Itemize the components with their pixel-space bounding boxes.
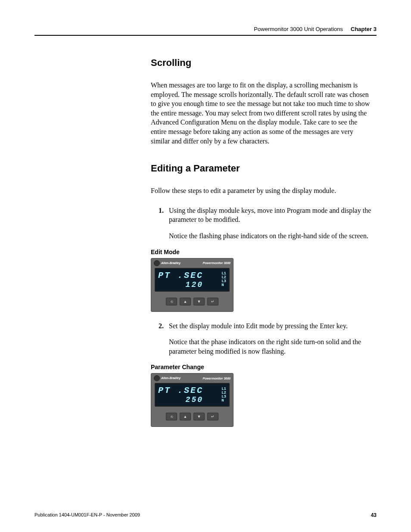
phase-n: N (221, 283, 226, 287)
down-button[interactable]: ▼ (193, 298, 205, 305)
lcd-line1: PT .SEC (158, 386, 203, 395)
page-header: Powermonitor 3000 Unit Operations Chapte… (34, 26, 377, 36)
device-edit-mode: Allen-Bradley Powermonitor 3000 PT .SEC … (151, 258, 234, 312)
enter-button[interactable]: ↵ (207, 413, 218, 420)
enter-button[interactable]: ↵ (207, 298, 218, 305)
up-button[interactable]: ▲ (180, 413, 191, 420)
phase-n: N (221, 399, 226, 403)
step-1-text: Using the display module keys, move into… (169, 207, 371, 224)
up-button[interactable]: ▲ (180, 298, 191, 305)
figure-caption-edit-mode: Edit Mode (151, 249, 372, 255)
lcd-screen: PT .SEC 250 L1 L2 L3 N (155, 383, 230, 407)
page-number: 43 (371, 512, 377, 518)
step-2: Set the display module into Edit mode by… (159, 321, 372, 356)
escape-button[interactable]: ⎋ (166, 298, 177, 305)
phase-indicators: L1 L2 L3 N (221, 386, 226, 404)
step-2-text: Set the display module into Edit mode by… (169, 322, 348, 330)
device-model: Powermonitor 3000 (202, 261, 230, 264)
heading-editing: Editing a Parameter (151, 163, 372, 174)
paragraph-scrolling: When messages are too large to fit on th… (151, 81, 372, 146)
device-brand: Allen-Bradley (154, 260, 181, 266)
down-button[interactable]: ▼ (193, 413, 205, 420)
heading-scrolling: Scrolling (151, 57, 372, 68)
device-brand: Allen-Bradley (154, 375, 181, 381)
step-1: Using the display module keys, move into… (159, 206, 372, 241)
escape-button[interactable]: ⎋ (166, 413, 177, 420)
lcd-screen: PT .SEC 120 L1 L2 L3 N (155, 268, 230, 292)
lcd-line1: PT .SEC (158, 271, 203, 280)
lcd-line2: 250 (158, 395, 203, 404)
page-footer: Publication 1404-UM001F-EN-P - November … (34, 512, 377, 518)
brand-logo-icon (154, 375, 160, 381)
lcd-line2: 120 (158, 280, 203, 289)
figure-caption-param-change: Parameter Change (151, 364, 372, 370)
phase-indicators: L1 L2 L3 N (221, 271, 226, 289)
device-param-change: Allen-Bradley Powermonitor 3000 PT .SEC … (151, 373, 234, 427)
step-1-note: Notice the flashing phase indicators on … (169, 231, 372, 241)
doc-title: Powermonitor 3000 Unit Operations (254, 26, 343, 32)
chapter-label: Chapter 3 (351, 26, 377, 32)
device-model: Powermonitor 3000 (202, 377, 230, 380)
step-2-note: Notice that the phase indicators on the … (169, 337, 372, 356)
publication-id: Publication 1404-UM001F-EN-P - November … (34, 512, 140, 518)
paragraph-editing-intro: Follow these steps to edit a parameter b… (151, 186, 372, 196)
brand-logo-icon (154, 260, 160, 266)
